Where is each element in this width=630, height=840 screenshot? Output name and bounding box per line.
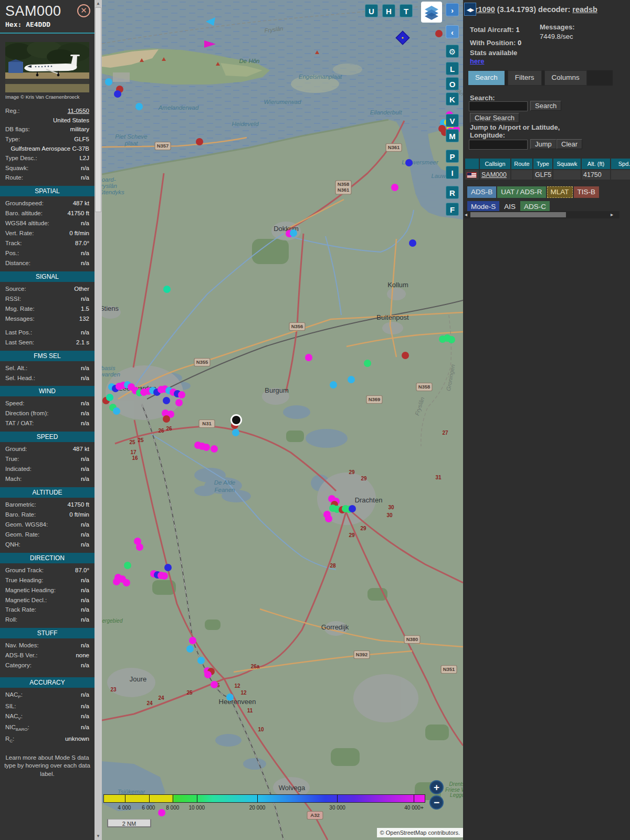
aircraft-dot[interactable] [124, 562, 131, 569]
legend-uat-ads-r[interactable]: UAT / ADS-R [497, 186, 545, 198]
legend-ads-c[interactable]: ADS-C [520, 201, 550, 213]
aircraft-dot[interactable] [163, 286, 171, 293]
scrollbar-thumb[interactable] [95, 7, 101, 212]
data-value: GLF5 [74, 135, 89, 143]
map-button-f[interactable]: F [446, 203, 459, 216]
aircraft-dot[interactable] [163, 415, 170, 423]
map-button-t[interactable]: T [400, 4, 413, 17]
map-button-i[interactable]: I [446, 166, 459, 179]
jump-button[interactable]: Jump [530, 139, 556, 149]
clear-jump-button[interactable]: Clear [556, 139, 582, 149]
map-button-‹[interactable]: ‹ [446, 25, 459, 38]
legend-ais[interactable]: AIS [500, 201, 519, 213]
table-row[interactable]: SAM000GLF541750 [465, 170, 630, 180]
registration-link[interactable]: 11-0550 [68, 107, 89, 115]
tab-search[interactable]: Search [468, 70, 505, 86]
tab-filters[interactable]: Filters [508, 70, 542, 86]
aircraft-dot[interactable] [105, 78, 112, 86]
sidebar-scrollbar[interactable]: ▲ ▼ [94, 0, 102, 840]
aircraft-dot[interactable] [391, 184, 398, 191]
aircraft-dot[interactable] [158, 809, 165, 816]
map-button-l[interactable]: L [446, 62, 459, 75]
aircraft-dot[interactable] [164, 564, 172, 571]
map-button-r[interactable]: R [446, 186, 459, 199]
legend-mlat[interactable]: MLAT [547, 186, 573, 198]
map-button-›[interactable]: › [446, 3, 459, 16]
table-hscrollbar[interactable]: ◂ [464, 211, 620, 218]
aircraft-dot[interactable] [325, 515, 332, 522]
area-label: De Alde [214, 479, 236, 486]
map-button-u[interactable]: U [365, 4, 378, 17]
aircraft-dot[interactable] [196, 138, 203, 145]
map-button-k[interactable]: K [446, 92, 459, 106]
map-button-h[interactable]: H [382, 4, 395, 17]
map-view[interactable]: N357N355N356N358N361N361N358N369N31N380N… [102, 0, 463, 840]
aircraft-dot[interactable] [161, 572, 168, 580]
aircraft-dot[interactable] [290, 229, 297, 237]
layers-button[interactable] [421, 2, 442, 23]
scroll-down-icon[interactable]: ▼ [94, 833, 102, 840]
aircraft-dot[interactable] [106, 394, 113, 401]
aircraft-dot[interactable] [448, 336, 455, 343]
column-header[interactable]: Alt. (ft) [582, 159, 610, 169]
aircraft-dot[interactable] [348, 376, 355, 383]
callsign-cell[interactable]: SAM000 [480, 170, 510, 180]
aircraft-dot[interactable] [123, 579, 130, 586]
search-input[interactable] [469, 101, 528, 111]
aircraft-dot[interactable] [232, 429, 239, 436]
column-header[interactable]: Callsign [480, 159, 510, 169]
readsb-link[interactable]: readsb [572, 5, 597, 14]
close-icon[interactable]: ✕ [77, 4, 90, 17]
aircraft-dot[interactable] [113, 407, 120, 415]
column-header[interactable]: Squawk [553, 159, 581, 169]
zoom-in-button[interactable]: + [429, 780, 444, 794]
legend-ads-b[interactable]: ADS-B [467, 186, 496, 198]
aircraft-dot[interactable] [204, 671, 212, 678]
aircraft-dot[interactable] [178, 391, 185, 398]
aircraft-dot[interactable] [211, 445, 218, 453]
aircraft-dot[interactable] [330, 381, 337, 388]
aircraft-dot[interactable] [409, 239, 416, 247]
stats-here-link[interactable]: here [470, 57, 484, 65]
aircraft-dot[interactable] [435, 30, 443, 37]
map-button-m[interactable]: M [446, 129, 459, 142]
aircraft-dot[interactable] [186, 645, 194, 653]
aircraft-dot[interactable] [405, 159, 413, 166]
aircraft-dot[interactable] [113, 578, 120, 585]
scroll-right-icon[interactable]: ▸ [611, 211, 613, 218]
map-button-p[interactable]: P [446, 150, 459, 163]
search-button[interactable]: Search [530, 101, 561, 111]
aircraft-dot[interactable] [203, 444, 210, 451]
aircraft-dot[interactable] [402, 352, 409, 359]
aircraft-dot[interactable] [175, 399, 183, 406]
aircraft-dot[interactable] [226, 694, 234, 701]
zoom-out-button[interactable]: − [429, 795, 444, 810]
aircraft-dot[interactable] [163, 397, 170, 404]
aircraft-dot[interactable] [197, 657, 205, 664]
aircraft-dot[interactable] [114, 90, 121, 98]
scroll-up-icon[interactable]: ▲ [94, 0, 102, 7]
aircraft-dot[interactable] [305, 354, 312, 361]
clear-search-button[interactable]: Clear Search [470, 113, 519, 123]
aircraft-dot[interactable] [136, 543, 143, 551]
gear-icon[interactable]: ⚙ [446, 45, 459, 58]
aircraft-dot[interactable] [364, 360, 371, 367]
hscroll-thumb[interactable] [470, 212, 566, 217]
scroll-left-icon[interactable]: ◂ [465, 211, 467, 218]
aircraft-dot[interactable] [135, 103, 143, 110]
legend-tis-b[interactable]: TIS-B [574, 186, 600, 198]
column-header[interactable] [465, 159, 479, 169]
map-button-v[interactable]: V [446, 114, 459, 127]
panel-toggle-icon[interactable]: ◀▶ [464, 3, 476, 16]
tab-columns[interactable]: Columns [544, 70, 587, 86]
colorbar-tick-label: 8 000 [166, 805, 179, 811]
column-header[interactable]: Route [511, 159, 532, 169]
legend-mode-s[interactable]: Mode-S [467, 201, 499, 213]
map-button-o[interactable]: O [446, 77, 459, 90]
column-header[interactable]: Spd. [611, 159, 630, 169]
jump-input[interactable] [469, 140, 528, 150]
aircraft-dot[interactable] [349, 505, 356, 512]
aircraft-dot[interactable] [211, 681, 218, 688]
aircraft-dot[interactable] [189, 637, 196, 644]
column-header[interactable]: Type [533, 159, 552, 169]
